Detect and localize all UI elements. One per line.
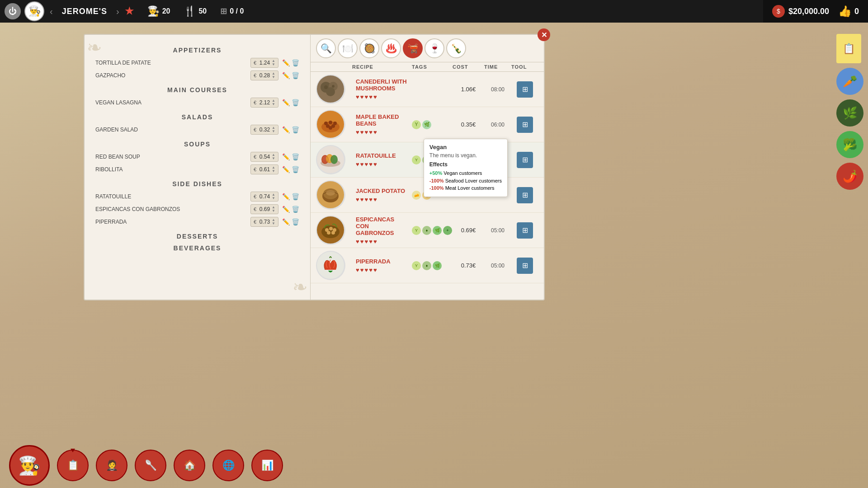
sidebar-menu-note[interactable]: 📋 xyxy=(836,34,861,63)
cat-tab-bottle[interactable]: 🍾 xyxy=(446,38,466,58)
edit-icon[interactable]: ✏️ xyxy=(282,218,290,225)
close-button[interactable]: ✕ xyxy=(538,28,550,41)
cat-tab-steam[interactable]: ♨️ xyxy=(381,38,401,58)
cat-tab-pot[interactable]: 🥘 xyxy=(359,38,379,58)
edit-icon[interactable]: ✏️ xyxy=(282,72,290,79)
cat-tab-platter[interactable]: 🍽️ xyxy=(338,38,358,58)
bottom-bar: 👨‍🍳 📋 🤵 🥄 🏠 🌐 📊 xyxy=(0,443,868,488)
cat-tab-glass[interactable]: 🍷 xyxy=(425,38,444,58)
cat-tab-search[interactable]: 🔍 xyxy=(316,38,336,58)
sidebar-icon-carrots[interactable]: 🥕 xyxy=(836,68,863,95)
menu-item-red-bean-soup: RED BEAN SOUP € 0.54 ▲ ▼ ✏️ 🗑️ xyxy=(92,150,303,163)
price-ribollita[interactable]: € 0.61 ▲ ▼ xyxy=(250,164,278,174)
edit-icon[interactable]: ✏️ xyxy=(282,193,290,200)
delete-icon[interactable]: 🗑️ xyxy=(292,126,299,133)
col-header-recipe xyxy=(316,64,352,70)
tooltip-description: The menu is vegan. xyxy=(429,152,502,159)
restaurant-icon: 🏠 xyxy=(184,460,196,471)
edit-icon[interactable]: ✏️ xyxy=(282,166,290,173)
menu-button[interactable]: 📋 xyxy=(57,450,89,481)
chef-button[interactable]: 👨‍🍳 xyxy=(9,445,50,486)
score: ⊞ 0 / 0 xyxy=(220,6,244,16)
network-icon: 🌐 xyxy=(222,460,235,471)
tag-vegan: Y xyxy=(412,120,421,129)
menu-item-gazpacho: GAZPACHO € 0.28 ▲ ▼ ✏️ 🗑️ xyxy=(92,69,303,82)
sidebar-icon-chili[interactable]: 🌶️ xyxy=(836,163,863,190)
price-ratatouille[interactable]: € 0.74 ▲ ▼ xyxy=(250,192,278,202)
corner-decoration-br: ❧ xyxy=(292,277,308,297)
tooltip-title: Vegan xyxy=(429,144,502,150)
top-stats: 👨‍🍳 20 🍴 50 ⊞ 0 / 0 xyxy=(147,5,244,17)
price-gazpacho[interactable]: € 0.28 ▲ ▼ xyxy=(250,70,278,80)
recipe-tool-ratatouille: ⊞ xyxy=(511,152,538,168)
recipe-info-maple-beans: MAPLE BAKED BEANS ♥♥♥♥♥ xyxy=(352,113,412,136)
sidebar-icon-vegan[interactable]: 🌿 xyxy=(836,99,863,127)
svg-point-30 xyxy=(327,231,330,235)
recipe-row-maple-beans[interactable]: MAPLE BAKED BEANS ♥♥♥♥♥ Y 🌿 0.35€ 06:00 … xyxy=(311,107,544,142)
edit-icon[interactable]: ✏️ xyxy=(282,126,290,133)
svg-point-13 xyxy=(329,126,332,130)
delete-icon[interactable]: 🗑️ xyxy=(292,193,299,200)
menu-button-icon: 📋 xyxy=(67,460,79,471)
delete-icon[interactable]: 🗑️ xyxy=(292,166,299,173)
price-red-bean-soup[interactable]: € 0.54 ▲ ▼ xyxy=(250,152,278,162)
menu-item-espicancas: ESPICANCAS CON GABRONZOS € 0.69 ▲ ▼ ✏️ 🗑… xyxy=(92,203,303,216)
menu-item-vegan-lasagna: VEGAN LASAGNA € 2.12 ▲ ▼ ✏️ 🗑️ xyxy=(92,96,303,109)
delete-icon[interactable]: 🗑️ xyxy=(292,206,299,213)
section-side-dishes: SIDE DISHES xyxy=(92,180,303,188)
delete-icon[interactable]: 🗑️ xyxy=(292,99,299,106)
avatar: 👨‍🍳 xyxy=(24,1,44,21)
network-button[interactable]: 🌐 xyxy=(212,450,244,481)
price-garden-salad[interactable]: € 0.32 ▲ ▼ xyxy=(250,125,278,135)
delete-icon[interactable]: 🗑️ xyxy=(292,153,299,160)
edit-icon[interactable]: ✏️ xyxy=(282,153,290,160)
recipe-tool-maple-beans: ⊞ xyxy=(511,117,538,133)
recipe-info-canederli: CANEDERLI WITH MUSHROOMS ♥♥♥♥♥ xyxy=(352,78,412,100)
edit-icon[interactable]: ✏️ xyxy=(282,206,290,213)
right-sidebar: 📋 🥕 🌿 🥦 🌶️ xyxy=(836,34,863,190)
sidebar-icon-produce[interactable]: 🥦 xyxy=(836,131,863,158)
recipe-cost-piperrada: 0.73€ xyxy=(453,262,484,269)
cat-tab-active[interactable]: 🫕 xyxy=(403,38,423,58)
restaurant-button[interactable]: 🏠 xyxy=(174,450,205,481)
svg-point-28 xyxy=(329,227,333,230)
delete-icon[interactable]: 🗑️ xyxy=(292,218,299,225)
col-header-time: TIME xyxy=(484,64,511,70)
menu-item-garden-salad: GARDEN SALAD € 0.32 ▲ ▼ ✏️ 🗑️ xyxy=(92,123,303,136)
delete-icon[interactable]: 🗑️ xyxy=(292,72,299,79)
recipes-button[interactable]: 🥄 xyxy=(135,450,166,481)
like-display: 👍 0 xyxy=(838,5,859,18)
menu-item-ribollita: RIBOLLITA € 0.61 ▲ ▼ ✏️ 🗑️ xyxy=(92,163,303,176)
edit-icon[interactable]: ✏️ xyxy=(282,99,290,106)
staff-button[interactable]: 🤵 xyxy=(96,450,127,481)
nav-back[interactable]: ‹ xyxy=(48,6,55,17)
nav-forward[interactable]: › xyxy=(114,6,121,17)
recipe-tool-espicancas: ⊞ xyxy=(511,222,538,239)
section-soups: SOUPS xyxy=(92,141,303,148)
recipe-row-canederli[interactable]: CANEDERLI WITH MUSHROOMS ♥♥♥♥♥ 1.06€ 08:… xyxy=(311,72,544,107)
left-menu-panel: ❧ ❧ APPETIZERS TORTILLA DE PATATE € 1.24… xyxy=(85,35,311,300)
price-piperrada[interactable]: € 0.73 ▲ ▼ xyxy=(250,217,278,227)
stats-button[interactable]: 📊 xyxy=(251,450,283,481)
price-espicancas[interactable]: € 0.69 ▲ ▼ xyxy=(250,204,278,214)
coin-icon: $ xyxy=(772,5,785,18)
power-button[interactable]: ⏻ xyxy=(5,3,21,19)
recipe-panel: ✕ 🔍 🍽️ 🥘 ♨️ 🫕 🍷 🍾 RECIPE TAGS COST TIME … xyxy=(311,35,544,300)
menu-item-tortilla: TORTILLA DE PATATE € 1.24 ▲ ▼ ✏️ 🗑️ xyxy=(92,56,303,69)
col-header-tool: TOOL xyxy=(511,64,538,70)
price-tortilla[interactable]: € 1.24 ▲ ▼ xyxy=(250,58,278,68)
vegan-tooltip: Vegan The menu is vegan. Effects +50% Ve… xyxy=(424,139,508,197)
like-count: 0 xyxy=(854,7,859,16)
price-vegan-lasagna[interactable]: € 2.12 ▲ ▼ xyxy=(250,98,278,108)
col-header-recipe-label: RECIPE xyxy=(352,64,412,70)
tag-dairy: 🧀 xyxy=(412,191,421,200)
edit-icon[interactable]: ✏️ xyxy=(282,59,290,66)
recipe-row-espicancas[interactable]: ESPICANCAS CON GABRONZOS ♥♥♥♥♥ Y ♦ 🌿 + 0… xyxy=(311,213,544,248)
delete-icon[interactable]: 🗑️ xyxy=(292,59,299,66)
section-desserts: DESSERTS xyxy=(92,233,303,240)
tooltip-effect-3: -100% Meat Lover customers xyxy=(429,184,502,192)
tag-y: Y xyxy=(412,155,421,164)
recipe-cost-canederli: 1.06€ xyxy=(453,86,484,93)
recipe-row-piperrada[interactable]: PIPERRADA ♥♥♥♥♥ Y ♦ 🌿 0.73€ 05:00 ⊞ xyxy=(311,248,544,283)
svg-point-4 xyxy=(324,85,328,89)
